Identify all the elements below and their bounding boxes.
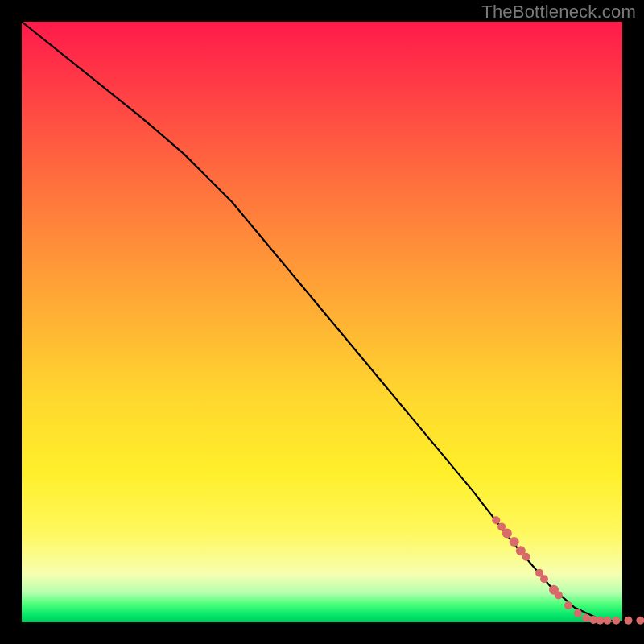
curve-line bbox=[22, 22, 622, 622]
data-point bbox=[510, 537, 519, 547]
data-point bbox=[502, 529, 512, 539]
chart-frame: TheBottleneck.com bbox=[0, 0, 644, 644]
data-point bbox=[582, 614, 590, 622]
plot-area bbox=[22, 22, 622, 622]
data-point bbox=[555, 591, 563, 599]
data-point bbox=[625, 617, 633, 625]
data-point bbox=[603, 617, 611, 625]
data-point bbox=[613, 617, 621, 625]
scatter-points bbox=[492, 516, 644, 625]
data-point bbox=[492, 516, 500, 524]
data-point bbox=[522, 553, 530, 561]
attribution-label: TheBottleneck.com bbox=[481, 2, 636, 23]
data-point bbox=[636, 617, 644, 625]
data-point bbox=[596, 617, 604, 625]
data-point bbox=[574, 609, 582, 617]
chart-overlay bbox=[22, 22, 622, 622]
data-point bbox=[540, 575, 548, 583]
data-point bbox=[564, 601, 572, 609]
